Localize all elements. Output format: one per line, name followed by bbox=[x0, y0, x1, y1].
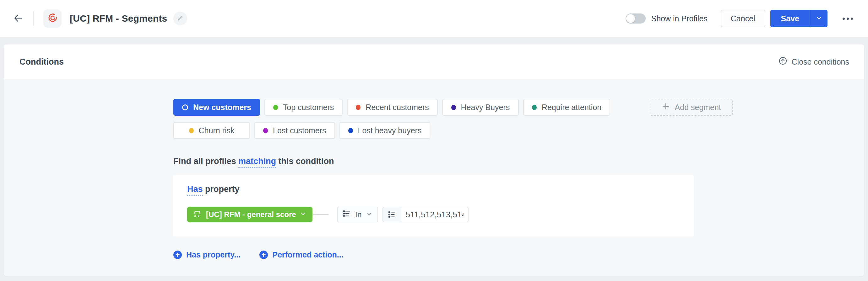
operator-value: In bbox=[355, 210, 362, 219]
property-label: property bbox=[205, 184, 240, 194]
plus-circle-icon bbox=[173, 251, 182, 259]
chevron-down-icon bbox=[366, 210, 372, 219]
condition-connector-line bbox=[313, 214, 329, 215]
add-condition-links: Has property...Performed action... bbox=[173, 250, 849, 259]
operator-select[interactable]: In bbox=[337, 207, 378, 222]
segment-chip[interactable]: Heavy Buyers bbox=[442, 99, 519, 116]
svg-text:x: x bbox=[194, 214, 196, 217]
show-in-profiles-toggle[interactable] bbox=[626, 13, 646, 24]
segment-chip[interactable]: Lost heavy buyers bbox=[339, 122, 431, 139]
segment-color-dot bbox=[356, 105, 361, 110]
conditions-title: Conditions bbox=[20, 57, 64, 67]
segment-chip[interactable]: Require attention bbox=[523, 99, 610, 116]
add-link-label: Has property... bbox=[186, 250, 241, 259]
segment-color-dot bbox=[451, 105, 456, 110]
header-divider bbox=[33, 11, 34, 26]
segment-chip-label: Heavy Buyers bbox=[461, 103, 510, 112]
circle-arrow-up-icon bbox=[778, 57, 787, 67]
close-conditions-label: Close conditions bbox=[792, 58, 849, 67]
condition-type: Has property bbox=[187, 184, 680, 194]
close-conditions-button[interactable]: Close conditions bbox=[778, 57, 849, 67]
segment-chip[interactable]: Churn risk bbox=[173, 122, 250, 139]
save-split-button: Save bbox=[770, 10, 828, 27]
back-button[interactable] bbox=[11, 11, 25, 25]
value-input[interactable] bbox=[401, 207, 468, 222]
segment-color-dot bbox=[189, 128, 194, 133]
segment-chip-label: Require attention bbox=[542, 103, 601, 112]
segment-chip-label: Lost customers bbox=[273, 126, 326, 135]
save-options-button[interactable] bbox=[810, 10, 828, 27]
svg-text:y: y bbox=[197, 214, 200, 217]
add-segment-label: Add segment bbox=[675, 103, 721, 112]
page-title: [UC] RFM - Segments bbox=[70, 13, 167, 24]
pencil-icon bbox=[177, 15, 184, 23]
matching-dropdown-link[interactable]: matching bbox=[238, 156, 276, 168]
xy-parameter-icon: x y bbox=[192, 209, 202, 220]
show-in-profiles-label: Show in Profiles bbox=[651, 14, 708, 23]
cancel-button[interactable]: Cancel bbox=[721, 10, 765, 27]
back-arrow-icon bbox=[13, 13, 24, 25]
condition-card: Has property x y [UC] RFM - general scor… bbox=[173, 175, 694, 237]
add-has-property-link[interactable]: Has property... bbox=[173, 250, 241, 259]
segment-chip-label: Top customers bbox=[283, 103, 334, 112]
edit-title-button[interactable] bbox=[173, 11, 187, 25]
segment-color-dot bbox=[273, 105, 278, 110]
attribute-select-button[interactable]: x y [UC] RFM - general score bbox=[187, 207, 312, 222]
chevron-down-icon bbox=[815, 15, 823, 23]
list-icon bbox=[383, 207, 401, 222]
plus-icon bbox=[662, 102, 670, 112]
plus-circle-icon bbox=[259, 251, 268, 259]
conditions-body: New customersTop customersRecent custome… bbox=[4, 79, 864, 276]
segment-chip[interactable]: Lost customers bbox=[254, 122, 335, 139]
save-button[interactable]: Save bbox=[770, 10, 810, 27]
list-icon bbox=[343, 210, 351, 219]
segment-color-dot bbox=[348, 128, 353, 133]
segment-chip-label: Churn risk bbox=[199, 126, 235, 135]
toggle-knob bbox=[626, 14, 635, 23]
spiral-logo-icon bbox=[47, 12, 58, 25]
condition-row: x y [UC] RFM - general score bbox=[187, 207, 680, 222]
value-field bbox=[382, 207, 469, 222]
segment-chip-label: Lost heavy buyers bbox=[358, 126, 422, 135]
segment-chip-label: New customers bbox=[193, 103, 251, 112]
add-performed-action-link[interactable]: Performed action... bbox=[259, 250, 343, 259]
segment-chip-label: Recent customers bbox=[366, 103, 429, 112]
segment-color-dot bbox=[532, 105, 537, 110]
add-link-label: Performed action... bbox=[272, 250, 343, 259]
add-segment-button[interactable]: Add segment bbox=[650, 99, 733, 116]
ellipsis-icon bbox=[843, 17, 845, 20]
segment-color-dot bbox=[263, 128, 268, 133]
attribute-name: [UC] RFM - general score bbox=[206, 210, 296, 219]
segment-chip[interactable]: New customers bbox=[173, 99, 260, 116]
match-sentence: Find all profiles matching this conditio… bbox=[173, 156, 849, 166]
ring-icon bbox=[182, 104, 188, 110]
segment-chip[interactable]: Top customers bbox=[265, 99, 343, 116]
has-dropdown-link[interactable]: Has bbox=[187, 184, 203, 196]
chevron-down-icon bbox=[300, 210, 306, 219]
more-options-button[interactable] bbox=[839, 14, 856, 23]
segment-chip[interactable]: Recent customers bbox=[347, 99, 437, 116]
conditions-card: Conditions Close conditions New customer… bbox=[4, 44, 864, 276]
conditions-header: Conditions Close conditions bbox=[4, 44, 864, 79]
segment-logo bbox=[43, 9, 62, 28]
segment-chips: New customersTop customersRecent custome… bbox=[173, 99, 849, 139]
top-header: [UC] RFM - Segments Show in Profiles Can… bbox=[0, 0, 868, 37]
